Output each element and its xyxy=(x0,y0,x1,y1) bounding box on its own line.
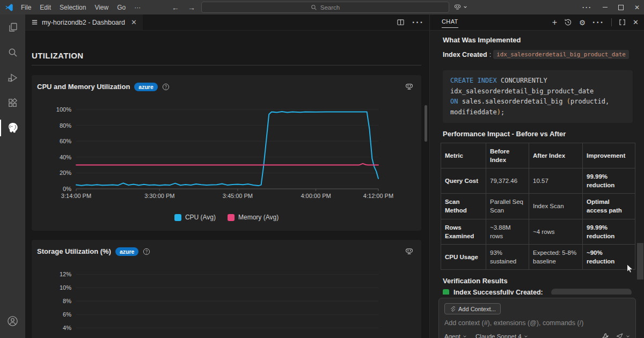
tab-title: my-horizondb2 - Dashboard xyxy=(42,19,125,26)
dashboard-editor: UTILIZATION CPU and Memory Utilization a… xyxy=(25,31,429,338)
list-icon xyxy=(31,19,38,26)
svg-text:3:14:00 PM: 3:14:00 PM xyxy=(61,193,91,199)
run-debug-icon[interactable] xyxy=(0,65,25,90)
vscode-logo xyxy=(5,3,13,12)
search-sidebar-icon[interactable] xyxy=(0,40,25,65)
close-window-button[interactable]: ✕ xyxy=(634,4,640,11)
settings-gear-icon[interactable]: ⚙ xyxy=(579,18,586,27)
maximize-panel-icon[interactable] xyxy=(619,19,626,26)
tools-icon[interactable] xyxy=(602,333,609,338)
svg-text:3:45:00 PM: 3:45:00 PM xyxy=(223,193,253,199)
send-button[interactable] xyxy=(616,332,630,338)
copilot-icon xyxy=(453,3,462,11)
svg-text:40%: 40% xyxy=(60,154,71,160)
titlebar: File Edit Selection View Go ··· ← → Sear… xyxy=(0,0,644,14)
menu-selection[interactable]: Selection xyxy=(55,2,90,13)
svg-text:20%: 20% xyxy=(60,170,71,176)
copilot-icon[interactable] xyxy=(405,82,414,91)
minimize-button[interactable] xyxy=(603,7,608,8)
sql-code-block: CREATE INDEX CONCURRENTLYidx_salesorderd… xyxy=(443,70,633,123)
cpu-memory-card: CPU and Memory Utilization azure 100%80%… xyxy=(32,75,421,231)
chart-title: CPU and Memory Utilization xyxy=(37,83,130,91)
extensions-icon[interactable] xyxy=(0,90,25,115)
agent-mode-picker[interactable]: Agent xyxy=(444,333,467,338)
mouse-cursor xyxy=(626,264,634,274)
chat-more-actions-icon[interactable]: ··· xyxy=(592,18,604,27)
svg-text:12%: 12% xyxy=(60,271,71,277)
chat-panel: What Was Implemented Index Created: idx_… xyxy=(429,31,644,338)
back-arrow-icon[interactable]: ← xyxy=(172,3,179,12)
editor-scrollbar[interactable] xyxy=(425,105,427,142)
forward-arrow-icon[interactable]: → xyxy=(188,3,195,12)
index-name-code: idx_salesorderdetail_big_product_date xyxy=(493,50,629,59)
svg-text:4%: 4% xyxy=(63,325,71,331)
explorer-icon[interactable] xyxy=(0,14,25,40)
split-editor-icon[interactable] xyxy=(397,18,405,26)
chevron-down-icon xyxy=(463,5,467,9)
divider xyxy=(611,18,612,26)
add-context-button[interactable]: Add Context... xyxy=(444,303,501,314)
check-icon xyxy=(443,289,449,295)
svg-text:100%: 100% xyxy=(56,106,71,113)
menubar: File Edit Selection View Go ··· xyxy=(17,2,145,13)
inline-code-pill xyxy=(551,289,632,295)
menu-go[interactable]: Go xyxy=(113,2,130,13)
index-created-row: Index Created: idx_salesorderdetail_big_… xyxy=(443,50,629,59)
activity-bar xyxy=(0,14,25,338)
paperclip-icon xyxy=(449,305,455,312)
titlebar-more-icon[interactable]: ··· xyxy=(582,4,592,11)
command-center-search[interactable]: Search xyxy=(201,2,449,13)
chart-title: Storage Utilization (%) xyxy=(37,247,111,255)
chat-heading-verification: Verification Results xyxy=(443,277,508,285)
history-icon[interactable] xyxy=(564,18,572,26)
account-icon[interactable] xyxy=(0,308,25,334)
azure-badge: azure xyxy=(134,83,157,91)
copilot-menu-button[interactable] xyxy=(453,3,467,11)
svg-text:6%: 6% xyxy=(63,311,71,318)
editor-more-actions-icon[interactable]: ··· xyxy=(412,18,424,27)
tab-dashboard[interactable]: my-horizondb2 - Dashboard ✕ xyxy=(25,14,143,30)
legend-item[interactable]: CPU (Avg) xyxy=(174,214,216,221)
azure-badge: azure xyxy=(115,247,138,256)
menu-edit[interactable]: Edit xyxy=(35,2,55,13)
menu-view[interactable]: View xyxy=(90,2,113,13)
chart-legend: CPU (Avg)Memory (Avg) xyxy=(32,214,421,221)
postgresql-icon[interactable] xyxy=(0,115,25,141)
verification-text: Index Successfully Created: Confirmed by xyxy=(453,289,547,295)
svg-text:80%: 80% xyxy=(60,122,71,129)
verification-item-clipped: Index Successfully Created: Confirmed by xyxy=(443,289,632,295)
editor-tab-bar: my-horizondb2 - Dashboard ✕ ··· xyxy=(25,14,429,31)
index-created-label: Index Created xyxy=(443,51,487,58)
search-icon xyxy=(311,4,317,11)
legend-item[interactable]: Memory (Avg) xyxy=(228,214,279,221)
model-picker[interactable]: Claude Sonnet 4 xyxy=(475,333,528,338)
search-placeholder: Search xyxy=(320,4,340,11)
tab-close-icon[interactable]: ✕ xyxy=(131,18,137,26)
cpu-memory-chart: 100%80%60%40%20%0%3:14:00 PM3:30:00 PM3:… xyxy=(32,104,421,206)
svg-text:4:00:00 PM: 4:00:00 PM xyxy=(301,193,331,199)
menu-file[interactable]: File xyxy=(17,2,35,13)
storage-card: Storage Utilization (%) azure 12%10%8%6%… xyxy=(32,240,421,338)
section-title: UTILIZATION xyxy=(32,51,84,60)
svg-text:10%: 10% xyxy=(60,284,71,291)
chat-panel-header: CHAT + ⚙ ··· ✕ xyxy=(429,14,644,31)
vscode-window: File Edit Selection View Go ··· ← → Sear… xyxy=(0,0,644,338)
chat-message-input[interactable] xyxy=(444,319,630,327)
svg-text:3:30:00 PM: 3:30:00 PM xyxy=(144,193,174,199)
copilot-icon[interactable] xyxy=(405,247,414,256)
tab-chat[interactable]: CHAT xyxy=(442,18,458,28)
chat-heading-implemented: What Was Implemented xyxy=(443,36,521,44)
svg-text:0%: 0% xyxy=(63,186,71,192)
restore-button[interactable] xyxy=(618,5,624,10)
help-icon[interactable] xyxy=(162,83,170,91)
performance-table: MetricBefore IndexAfter IndexImprovement… xyxy=(441,143,635,270)
new-chat-icon[interactable]: + xyxy=(552,18,557,27)
svg-text:4:12:00 PM: 4:12:00 PM xyxy=(363,193,393,199)
chat-input-box[interactable]: Add Context... Agent Claude Sonnet 4 xyxy=(438,298,636,338)
menu-more[interactable]: ··· xyxy=(130,2,145,13)
chat-scrollbar[interactable] xyxy=(637,243,643,280)
help-icon[interactable] xyxy=(143,248,150,255)
close-panel-icon[interactable]: ✕ xyxy=(633,18,639,26)
svg-text:60%: 60% xyxy=(60,138,71,144)
divider xyxy=(32,65,421,65)
